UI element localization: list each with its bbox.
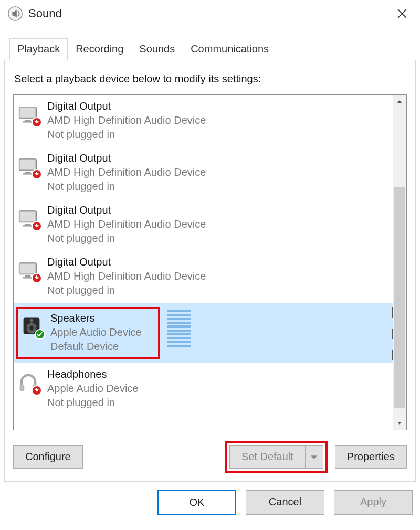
svg-rect-13 [25, 224, 30, 225]
device-desc: AMD High Definition Audio Device [47, 217, 388, 231]
svg-rect-12 [20, 212, 36, 221]
device-info: SpeakersApple Audio DeviceDefault Device [50, 312, 141, 354]
monitor-icon [17, 154, 40, 177]
device-name: Digital Output [47, 152, 388, 164]
device-name: Digital Output [47, 100, 388, 112]
svg-rect-26 [20, 384, 25, 391]
set-default-highlight: Set Default [225, 441, 328, 473]
sound-icon [7, 6, 23, 22]
device-status: Not plugged in [47, 396, 388, 410]
scroll-track[interactable] [393, 109, 406, 416]
device-status: Not plugged in [47, 128, 388, 142]
configure-button[interactable]: Configure [13, 445, 83, 469]
ok-button[interactable]: OK [158, 490, 236, 515]
tab-playback[interactable]: Playback [9, 38, 68, 60]
device-name: Headphones [47, 368, 388, 380]
device-list-container: Digital OutputAMD High Definition Audio … [13, 94, 407, 430]
svg-point-23 [30, 326, 34, 330]
device-desc: AMD High Definition Audio Device [47, 165, 388, 179]
svg-rect-3 [25, 120, 30, 121]
dialog-footer: OK Cancel Apply [0, 482, 420, 515]
tab-panel: Select a playback device below to modify… [4, 60, 416, 482]
svg-rect-2 [20, 108, 36, 118]
level-meter [167, 310, 191, 347]
device-name: Digital Output [47, 204, 388, 216]
device-info: Digital OutputAMD High Definition Audio … [47, 100, 388, 142]
device-row[interactable]: Digital OutputAMD High Definition Audio … [14, 199, 393, 251]
device-row[interactable]: Digital OutputAMD High Definition Audio … [14, 147, 393, 199]
device-list[interactable]: Digital OutputAMD High Definition Audio … [14, 95, 393, 430]
device-info: Digital OutputAMD High Definition Audio … [47, 152, 388, 194]
device-desc: AMD High Definition Audio Device [47, 269, 388, 283]
device-info: HeadphonesApple Audio DeviceNot plugged … [47, 368, 388, 410]
device-desc: AMD High Definition Audio Device [47, 113, 388, 128]
set-default-splitbutton[interactable]: Set Default [229, 445, 323, 469]
titlebar: Sound [0, 0, 420, 27]
scrollbar[interactable] [393, 95, 406, 430]
device-name: Digital Output [47, 256, 388, 268]
headphones-icon [17, 370, 40, 394]
device-row[interactable]: Digital OutputAMD High Definition Audio … [14, 251, 393, 303]
set-default-button[interactable]: Set Default [230, 446, 305, 468]
device-name: Speakers [50, 312, 141, 324]
panel-button-row: Configure Set Default Properties [13, 441, 407, 473]
window-title: Sound [28, 7, 391, 20]
scroll-down-button[interactable] [393, 416, 406, 430]
device-info: Digital OutputAMD High Definition Audio … [47, 204, 388, 246]
set-default-dropdown[interactable] [305, 446, 323, 468]
instruction-text: Select a playback device below to modify… [14, 73, 407, 85]
device-status: Not plugged in [47, 179, 388, 194]
tab-strip: Playback Recording Sounds Communications [0, 38, 420, 60]
device-desc: Apple Audio Device [47, 381, 388, 396]
device-status: Default Device [50, 340, 141, 354]
monitor-icon [17, 102, 40, 125]
apply-button[interactable]: Apply [334, 490, 413, 515]
properties-button[interactable]: Properties [335, 445, 407, 469]
speaker-icon [20, 314, 43, 337]
device-row[interactable]: SpeakersApple Audio DeviceDefault Device [14, 303, 393, 363]
svg-rect-18 [25, 275, 30, 277]
device-status: Not plugged in [47, 283, 388, 298]
device-row[interactable]: Digital OutputAMD High Definition Audio … [14, 95, 393, 147]
tab-sounds[interactable]: Sounds [131, 38, 183, 60]
tab-recording[interactable]: Recording [68, 38, 131, 60]
close-button[interactable] [391, 2, 414, 25]
tab-communications[interactable]: Communications [183, 38, 277, 60]
svg-rect-17 [20, 264, 36, 273]
svg-rect-8 [25, 172, 30, 173]
device-desc: Apple Audio Device [50, 325, 141, 340]
device-row[interactable]: HeadphonesApple Audio DeviceNot plugged … [14, 363, 393, 415]
monitor-icon [17, 258, 40, 281]
svg-point-24 [30, 319, 34, 323]
monitor-icon [17, 206, 40, 229]
device-info: Digital OutputAMD High Definition Audio … [47, 256, 388, 298]
scroll-up-button[interactable] [393, 95, 406, 109]
device-status: Not plugged in [47, 231, 388, 246]
svg-rect-7 [20, 160, 36, 169]
scroll-thumb[interactable] [394, 187, 405, 408]
device-highlight: SpeakersApple Audio DeviceDefault Device [16, 307, 160, 359]
cancel-button[interactable]: Cancel [246, 490, 324, 515]
